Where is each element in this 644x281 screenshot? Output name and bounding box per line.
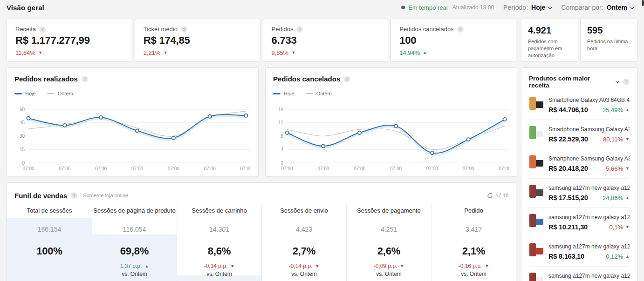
funnel-percent: 8,6%: [177, 245, 261, 257]
period-label: Período:: [503, 4, 528, 11]
legend-label: Hoje: [284, 91, 295, 96]
scrollbar-thumb[interactable]: [642, 0, 644, 6]
trend-arrow-icon: ▼: [291, 51, 295, 55]
trend-arrow-icon: ▼: [625, 137, 630, 141]
svg-text:07:00: 07:00: [426, 166, 438, 171]
product-image: [529, 273, 544, 281]
products-list: Smartphone Galaxy A03 64GB 4G Wi-… R$ 44…: [529, 91, 630, 281]
product-image: [529, 214, 544, 229]
funnel-vs-label: vs. Ontem: [262, 271, 346, 277]
svg-text:07:00: 07:00: [281, 166, 293, 171]
product-item[interactable]: samsung a127m new galaxy a12 64gb… R$ 17…: [529, 178, 630, 207]
svg-text:07:00: 07:00: [131, 166, 143, 171]
product-delta-value: 24,86%: [603, 194, 623, 201]
funnel-columns: Total de sessões 166.154 100%: [7, 204, 516, 281]
funnel-subtitle: Somente loja online: [83, 193, 128, 198]
main-layout: Receita ? R$ 1.177.277,99 11,84% ▼ Ticke…: [0, 15, 644, 281]
legend-item-hoje[interactable]: Hoje: [14, 91, 36, 96]
legend-line-icon: [14, 93, 22, 94]
realtime-status: Em tempo real: [401, 4, 448, 11]
funnel-delta: -0,34 p.p. ▼: [177, 263, 261, 269]
product-name: Smartphone Samsung Galaxy A22 12…: [548, 126, 630, 133]
legend-item-hoje[interactable]: Hoje: [273, 91, 295, 96]
kpi-delta-value: 2,21%: [144, 49, 161, 56]
funnel-vs-label: vs. Ontem: [347, 271, 431, 277]
period-selector: Período: Hoje: [503, 4, 552, 11]
line-chart: 048121607:0007:0007:0007:0007:0007:0007:…: [273, 101, 509, 175]
svg-text:60: 60: [20, 107, 25, 112]
product-name: samsung a127m new galaxy a12 64gb…: [548, 273, 630, 279]
help-icon[interactable]: ?: [344, 76, 350, 82]
trend-arrow-icon: ▲: [625, 254, 630, 259]
funnel-percent: 2,6%: [347, 245, 431, 257]
help-icon[interactable]: ?: [71, 192, 77, 199]
funnel-delta: -0,14 p.p. ▼: [262, 263, 346, 269]
product-image: [529, 243, 544, 258]
stat-label: Pedidos com pagamento em autorização: [528, 38, 571, 59]
chevron-down-icon: [548, 5, 553, 9]
trend-arrow-icon: ▼: [485, 264, 489, 268]
svg-text:07:00: 07:00: [499, 166, 509, 171]
trend-arrow-icon: ▼: [230, 264, 234, 268]
refresh-button[interactable]: [487, 193, 493, 199]
chart-legend: Hoje Ontem: [273, 91, 509, 96]
kpi-card-pedidos: Pedidos ? 6.733 9,85% ▼: [263, 19, 389, 62]
product-item[interactable]: Smartphone Galaxy A03 64GB 4G Wi-… R$ 44…: [529, 91, 630, 120]
stat-value: 4.921: [528, 25, 571, 36]
top-products-card: Produtos com maior receita ? Smartphone …: [521, 67, 637, 281]
product-delta: 5,66% ▼: [606, 165, 630, 172]
help-icon[interactable]: ?: [457, 26, 464, 33]
chart-card-pedidos-cancelados: Pedidos cancelados ? Hoje Ontem 048: [265, 67, 517, 177]
funnel-percent: 69,8%: [92, 245, 177, 257]
stat-value: 595: [587, 25, 630, 36]
trend-arrow-icon: ▼: [315, 264, 319, 268]
compare-dropdown[interactable]: Ontem: [607, 4, 634, 11]
funnel-count: 4.423: [262, 217, 346, 233]
product-item[interactable]: Smartphone Samsung Galaxy A22 12… R$ 22.…: [529, 120, 630, 149]
help-icon[interactable]: ?: [82, 76, 88, 82]
kpi-delta: 9,85% ▼: [272, 49, 380, 56]
product-item[interactable]: samsung a127m new galaxy a12 64gb… R$ 10…: [529, 207, 630, 237]
product-delta-value: 0,12%: [606, 253, 623, 260]
charts-row: Pedidos realizados ? Hoje Ontem 015: [7, 67, 516, 177]
legend-item-ontem[interactable]: Ontem: [306, 91, 332, 96]
help-icon[interactable]: ?: [296, 26, 303, 33]
kpi-value: 100: [399, 34, 507, 47]
kpi-delta-value: 9,85%: [272, 49, 289, 56]
product-item[interactable]: samsung a127m new galaxy a12 64gb… R$ 8.…: [529, 237, 630, 266]
product-image: [529, 126, 544, 141]
compare-value: Ontem: [607, 4, 627, 11]
trend-arrow-icon: ▲: [625, 196, 630, 200]
kpi-value: R$ 174,85: [144, 34, 252, 47]
line-chart: 01530456007:0007:0007:0007:0007:0007:000…: [14, 101, 251, 175]
funnel-col-header: Sessões de carrinho: [177, 204, 261, 217]
funnel-percent: 2,1%: [432, 245, 516, 257]
legend-item-ontem[interactable]: Ontem: [47, 91, 73, 96]
help-icon[interactable]: ?: [623, 79, 630, 85]
period-dropdown[interactable]: Hoje: [531, 4, 552, 11]
products-dropdown-header[interactable]: Produtos com maior receita ?: [529, 75, 630, 89]
svg-text:07:00: 07:00: [204, 166, 216, 171]
funnel-col-sessoes-pagina-produto: Sessões de página de produto 116.054 69,…: [92, 204, 177, 281]
kpi-label: Pedidos cancelados: [399, 26, 453, 33]
trend-arrow-icon: ▲: [144, 264, 149, 268]
help-icon[interactable]: ?: [39, 26, 46, 33]
trend-arrow-icon: ▼: [38, 51, 42, 55]
product-item[interactable]: Smartphone Samsung Galaxy A32 12… R$ 20.…: [529, 149, 630, 178]
kpi-value: 6.733: [272, 34, 380, 47]
product-name: samsung a127m new galaxy a12 64gb…: [548, 185, 630, 191]
product-image: [529, 155, 544, 170]
funnel-col-header: Pedido: [432, 204, 516, 217]
kpi-delta: 14,94% ▲: [399, 49, 507, 56]
product-revenue: R$ 8.163,10: [548, 253, 584, 260]
kpi-label: Ticket médio: [144, 26, 178, 33]
chart-card-pedidos-realizados: Pedidos realizados ? Hoje Ontem 015: [7, 67, 259, 177]
product-image: [529, 185, 544, 200]
legend-line-icon: [306, 93, 313, 94]
product-name: samsung a127m new galaxy a12 64gb…: [548, 243, 630, 250]
product-item[interactable]: samsung a127m new galaxy a12 64gb… R$ 7.…: [529, 266, 630, 281]
funnel-delta-value: -0,16 p.p.: [459, 263, 482, 269]
help-icon[interactable]: ?: [181, 26, 187, 33]
funnel-col-header: Sessões de página de produto: [92, 204, 177, 217]
funnel-col-sessoes-envio: Sessões de envio 4.423 2,7% -0,14 p.p. ▼: [261, 204, 346, 281]
